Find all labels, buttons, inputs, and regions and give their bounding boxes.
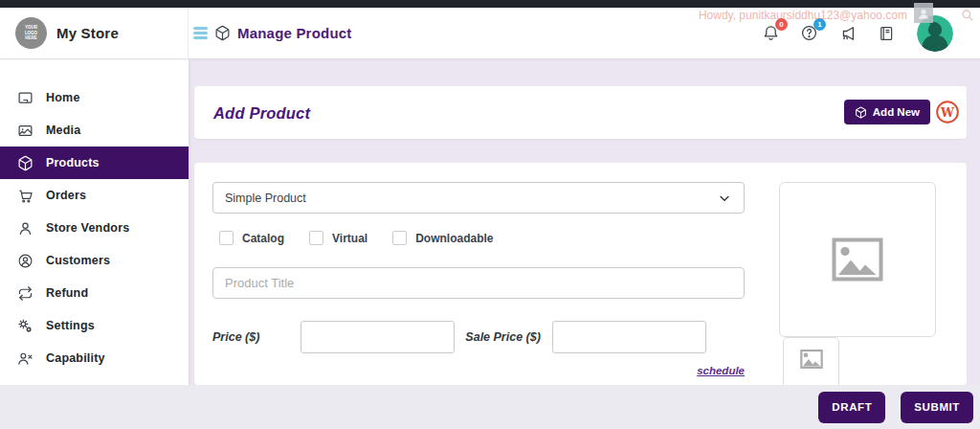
settings-icon	[17, 318, 33, 334]
megaphone-icon	[838, 24, 858, 43]
virtual-checkbox[interactable]: Virtual	[309, 231, 368, 245]
catalog-checkbox[interactable]: Catalog	[219, 231, 284, 245]
chevron-down-icon	[717, 191, 732, 206]
downloadable-checkbox[interactable]: Downloadable	[392, 231, 493, 245]
draft-button[interactable]: DRAFT	[818, 392, 885, 423]
docs-button[interactable]	[878, 25, 895, 42]
person-icon	[917, 7, 930, 20]
admin-top-strip	[0, 0, 980, 8]
howdy-user-link[interactable]: Howdy, punitkaursiddhu123@yahoo.com	[699, 9, 907, 22]
price-input[interactable]	[301, 321, 455, 353]
svg-text:W: W	[940, 105, 955, 120]
page-title: Manage Product	[237, 25, 351, 41]
sidebar-item-products[interactable]: Products	[0, 147, 189, 179]
checkbox-unchecked[interactable]	[392, 231, 407, 245]
capability-icon	[17, 350, 33, 367]
add-new-button[interactable]: Add New	[844, 100, 930, 124]
sidebar-item-label: Customers	[46, 254, 110, 267]
app-window: Howdy, punitkaursiddhu123@yahoo.com Your…	[0, 0, 980, 429]
price-label: Price ($)	[212, 330, 259, 344]
products-cube-icon	[17, 155, 33, 171]
vendor-user-icon	[17, 220, 33, 237]
wordpress-logo[interactable]: W	[935, 100, 960, 124]
schedule-link[interactable]: schedule	[697, 365, 745, 376]
cart-icon	[17, 188, 33, 204]
sidebar-item-customers[interactable]: Customers	[0, 244, 189, 277]
store-brand[interactable]: Your Logo Here My Store	[0, 8, 189, 58]
announcements-button[interactable]	[838, 24, 858, 43]
sidebar-item-label: Home	[46, 91, 80, 104]
media-icon	[17, 123, 33, 139]
product-title-input[interactable]	[212, 267, 745, 299]
checkbox-label: Downloadable	[415, 232, 493, 245]
sidebar-item-label: Settings	[46, 319, 95, 332]
checkbox-label: Catalog	[242, 232, 284, 245]
checkbox-unchecked[interactable]	[309, 231, 323, 245]
sale-price-input[interactable]	[552, 321, 706, 353]
price-row: Price ($) Sale Price ($)	[212, 320, 745, 353]
sidebar-item-settings[interactable]: Settings	[0, 309, 189, 342]
store-name: My Store	[56, 25, 119, 41]
sidebar-nav: Home Media Products Orders Store Vendors…	[0, 59, 189, 385]
submit-button[interactable]: SUBMIT	[901, 392, 973, 423]
sidebar-item-home[interactable]: Home	[0, 81, 189, 114]
menu-toggle-icon[interactable]	[193, 27, 208, 39]
sidebar-item-media[interactable]: Media	[0, 114, 189, 147]
sale-price-label: Sale Price ($)	[465, 330, 541, 344]
checkbox-unchecked[interactable]	[219, 231, 234, 245]
product-flags-row: Catalog Virtual Downloadable	[219, 231, 493, 245]
notifications-button[interactable]: 0	[762, 24, 780, 42]
add-new-label: Add New	[873, 106, 920, 118]
schedule-link-wrap: schedule	[212, 365, 745, 376]
home-icon	[17, 90, 33, 106]
add-product-heading: Add Product	[213, 103, 310, 122]
refund-icon	[17, 285, 33, 302]
sidebar-item-capability[interactable]: Capability	[0, 342, 189, 374]
form-action-bar: DRAFT SUBMIT	[0, 385, 980, 429]
mini-avatar[interactable]	[914, 3, 933, 23]
sidebar-item-label: Capability	[46, 351, 105, 365]
checkbox-label: Virtual	[332, 232, 368, 245]
sidebar-item-label: Media	[46, 124, 80, 137]
product-form-card: Simple Product Catalog Virtual Downloada…	[194, 163, 967, 385]
gallery-image-upload[interactable]	[783, 337, 839, 385]
sidebar-item-refund[interactable]: Refund	[0, 277, 189, 309]
featured-image-upload[interactable]	[779, 182, 936, 337]
add-product-header-card: Add Product Add New W	[194, 86, 967, 139]
sidebar-item-store-vendors[interactable]: Store Vendors	[0, 212, 189, 244]
store-logo: Your Logo Here	[15, 17, 47, 49]
sidebar-item-orders[interactable]: Orders	[0, 179, 189, 212]
product-type-select[interactable]: Simple Product	[212, 182, 745, 214]
sidebar-item-label: Orders	[46, 189, 86, 202]
sidebar-item-label: Refund	[46, 286, 88, 300]
sidebar-item-label: Store Vendors	[46, 221, 129, 235]
customer-icon	[17, 253, 33, 269]
help-button[interactable]: 1	[800, 24, 818, 42]
search-icon[interactable]	[961, 9, 974, 22]
cube-icon	[855, 106, 867, 119]
sidebar-item-label: Products	[46, 156, 100, 169]
book-icon	[878, 25, 895, 42]
product-type-value: Simple Product	[225, 192, 306, 205]
page-head: Manage Product	[193, 25, 351, 41]
cube-icon	[214, 25, 231, 41]
image-placeholder-icon	[832, 237, 883, 282]
image-placeholder-icon	[800, 350, 823, 369]
